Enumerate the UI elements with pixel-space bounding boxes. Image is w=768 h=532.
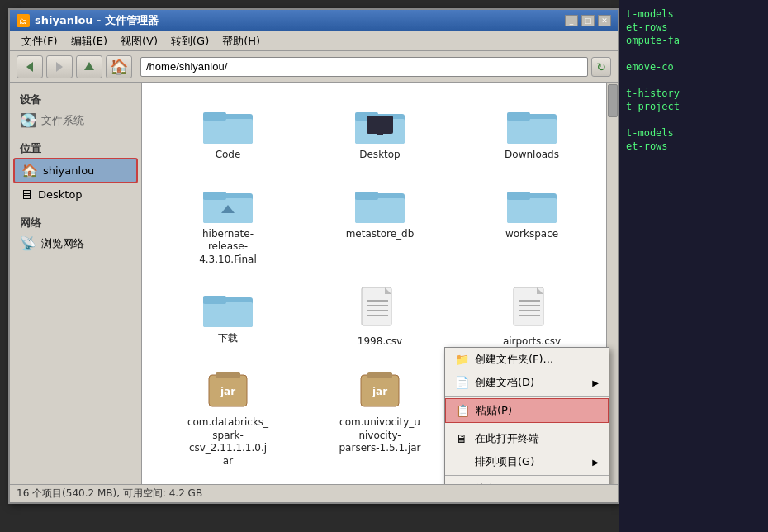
svg-marker-0 — [26, 62, 33, 72]
up-button[interactable] — [76, 55, 102, 78]
right-line-7: t-history — [626, 88, 761, 99]
zoom-in-icon: ⊕ — [455, 482, 468, 484]
menu-go[interactable]: 转到(G) — [166, 32, 214, 50]
create-folder-icon: 📁 — [455, 353, 468, 366]
scrollbar-thumb[interactable] — [608, 84, 618, 117]
file-label-downloads: Downloads — [505, 149, 559, 162]
file-label-xiazai: 下载 — [218, 332, 238, 345]
file-label-jar2: com.univocity_univocity-parsers-1.5.1.ja… — [339, 416, 421, 455]
ctx-separator-1 — [445, 396, 609, 397]
ctx-paste-label: 粘贴(P) — [476, 403, 512, 418]
file-icon-airports — [512, 286, 552, 332]
file-manager-window: 🗂 shiyanlou - 文件管理器 _ □ ✕ 文件(F) 编辑(E) 视图… — [8, 8, 619, 504]
right-panel: t-models et-rows ompute-fa emove-co t-hi… — [619, 0, 768, 532]
sidebar-section-devices: 设备 — [13, 89, 138, 109]
menu-file[interactable]: 文件(F) — [17, 32, 63, 50]
folder-icon-downloads — [505, 102, 558, 145]
folder-icon-desktop — [353, 102, 406, 145]
right-line-5: emove-co — [626, 61, 761, 73]
file-label-metastore: metastore_db — [346, 228, 415, 241]
status-text: 16 个项目(540.2 MB), 可用空间: 4.2 GB — [17, 487, 202, 501]
window-controls: _ □ ✕ — [565, 15, 611, 26]
sidebar-item-shiyanlou-label: shiyanlou — [43, 164, 94, 177]
sidebar-item-desktop[interactable]: 🖥 Desktop — [13, 183, 138, 206]
file-item-downloads[interactable]: Downloads — [459, 96, 604, 169]
window-icon: 🗂 — [17, 14, 30, 27]
ctx-sort[interactable]: 排列项目(G) — [445, 450, 609, 473]
ctx-create-folder[interactable]: 📁 创建文件夹(F)... — [445, 348, 609, 371]
ctx-create-doc-label: 创建文档(D) — [475, 375, 534, 390]
ctx-paste[interactable]: 📋 粘贴(P) — [445, 398, 609, 423]
create-doc-icon: 📄 — [455, 376, 468, 389]
file-label-hibernate: hibernate-release-4.3.10.Final — [187, 228, 269, 267]
sidebar-section-network: 网络 — [13, 212, 138, 232]
file-label-code: Code — [216, 149, 241, 162]
right-line-6 — [626, 74, 761, 86]
file-item-code[interactable]: Code — [155, 96, 301, 169]
file-item-workspace[interactable]: workspace — [459, 175, 604, 273]
title-bar-left: 🗂 shiyanlou - 文件管理器 — [17, 13, 159, 28]
right-line-4 — [626, 48, 761, 59]
home-icon: 🏠 — [21, 163, 38, 178]
file-label-csv1998: 1998.csv — [358, 335, 402, 349]
file-item-airports[interactable]: airports.csv — [459, 279, 604, 355]
sidebar-item-desktop-label: Desktop — [38, 188, 83, 201]
desktop-icon: 🖥 — [20, 187, 33, 202]
address-bar — [140, 57, 588, 77]
file-label-desktop: Desktop — [359, 149, 401, 162]
file-icon-csv1998 — [360, 286, 400, 332]
paste-icon: 📋 — [456, 404, 469, 417]
sidebar: 设备 💽 文件系统 位置 🏠 shiyanlou 🖥 Desktop 网络 📡 … — [10, 83, 142, 484]
svg-rect-4 — [203, 119, 253, 144]
sidebar-item-shiyanlou[interactable]: 🏠 shiyanlou — [13, 158, 138, 183]
close-button[interactable]: ✕ — [598, 15, 611, 26]
file-area: Code Desktop — [142, 83, 618, 484]
file-item-desktop[interactable]: Desktop — [307, 96, 453, 169]
sort-icon — [455, 455, 468, 468]
svg-marker-2 — [84, 62, 94, 70]
ctx-create-doc[interactable]: 📄 创建文档(D) — [445, 371, 609, 394]
file-item-jar2[interactable]: jar com.univocity_univocity-parsers-1.5.… — [307, 362, 453, 474]
svg-rect-25 — [203, 302, 253, 327]
file-label-workspace: workspace — [505, 228, 558, 241]
svg-rect-20 — [355, 192, 378, 200]
address-input[interactable] — [140, 57, 588, 77]
file-item-xiazai[interactable]: 下载 — [155, 279, 301, 355]
maximize-button[interactable]: □ — [581, 15, 595, 26]
ctx-terminal[interactable]: 🖥 在此打开终端 — [445, 427, 609, 450]
refresh-button[interactable]: ↻ — [591, 57, 611, 77]
menu-help[interactable]: 帮助(H) — [217, 32, 265, 50]
file-item-hibernate[interactable]: hibernate-release-4.3.10.Final — [155, 175, 301, 273]
terminal-icon: 🖥 — [455, 432, 468, 445]
file-item-csv1998[interactable]: 1998.csv — [307, 279, 453, 355]
ctx-separator-3 — [445, 475, 609, 476]
file-icon-jar2: jar — [358, 368, 402, 413]
ctx-zoom-in[interactable]: ⊕ 放大(N) — [445, 477, 609, 484]
back-button[interactable] — [17, 55, 43, 78]
minimize-button[interactable]: _ — [565, 15, 578, 26]
main-content: 设备 💽 文件系统 位置 🏠 shiyanlou 🖥 Desktop 网络 📡 … — [10, 83, 618, 484]
context-menu: 📁 创建文件夹(F)... 📄 创建文档(D) 📋 粘贴(P) 🖥 在此打开终端 — [444, 347, 609, 484]
home-button[interactable]: 🏠 — [106, 55, 132, 78]
window-title: shiyanlou - 文件管理器 — [35, 13, 159, 28]
menu-edit[interactable]: 编辑(E) — [66, 32, 112, 50]
file-item-jar1[interactable]: jar com.databricks_spark-csv_2.11.1.1.0.… — [155, 362, 301, 474]
svg-rect-12 — [507, 119, 557, 144]
menu-view[interactable]: 视图(V) — [116, 32, 163, 50]
folder-icon-xiazai — [201, 286, 254, 329]
forward-button[interactable] — [46, 55, 73, 78]
sidebar-item-filesystem-label: 文件系统 — [41, 113, 84, 128]
svg-text:jar: jar — [220, 386, 235, 397]
status-bar: 16 个项目(540.2 MB), 可用空间: 4.2 GB — [10, 484, 618, 502]
svg-rect-9 — [367, 116, 393, 134]
folder-icon-hibernate — [201, 182, 254, 225]
right-line-11: et-rows — [626, 140, 761, 152]
toolbar: 🏠 ↻ — [10, 51, 618, 83]
ctx-sort-label: 排列项目(G) — [475, 454, 534, 469]
sidebar-item-filesystem[interactable]: 💽 文件系统 — [13, 109, 138, 131]
file-item-metastore[interactable]: metastore_db — [307, 175, 453, 273]
sidebar-item-network[interactable]: 📡 浏览网络 — [13, 232, 138, 254]
file-icon-jar1: jar — [206, 368, 250, 413]
svg-text:jar: jar — [372, 386, 387, 397]
svg-rect-23 — [507, 192, 530, 200]
